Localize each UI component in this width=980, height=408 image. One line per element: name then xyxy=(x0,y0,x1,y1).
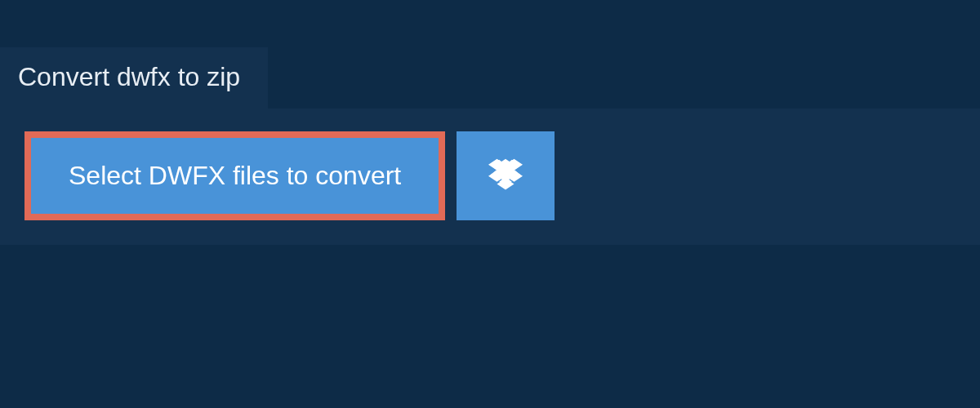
dropbox-icon xyxy=(488,157,523,195)
dropbox-button[interactable] xyxy=(457,131,555,220)
tab-title: Convert dwfx to zip xyxy=(18,62,240,91)
select-files-label: Select DWFX files to convert xyxy=(69,161,401,191)
tab-strip: Convert dwfx to zip xyxy=(0,0,980,109)
tab-convert[interactable]: Convert dwfx to zip xyxy=(0,47,268,109)
converter-panel: Select DWFX files to convert xyxy=(0,109,980,245)
select-files-button[interactable]: Select DWFX files to convert xyxy=(24,131,445,220)
